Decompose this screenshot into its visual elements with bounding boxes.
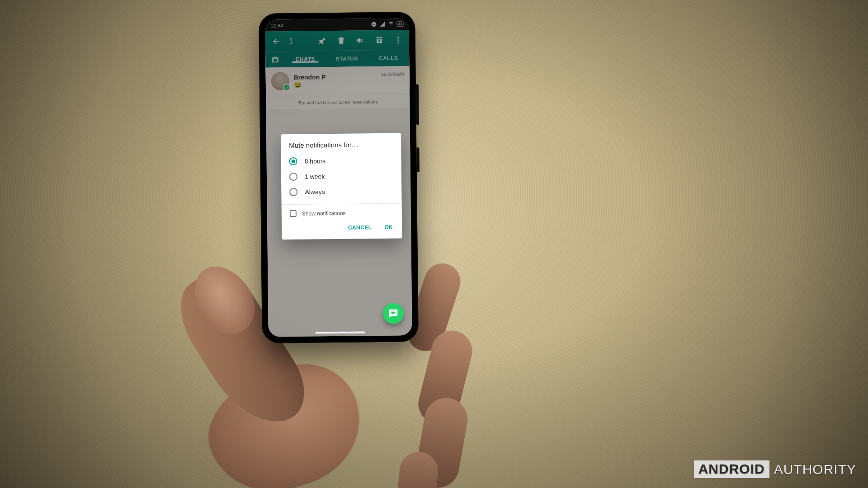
new-chat-fab[interactable] [383,303,404,324]
dialog-title: Mute notifications for… [281,133,401,152]
option-8-hours[interactable]: 8 hours [281,153,401,169]
option-always[interactable]: Always [281,183,401,200]
watermark: ANDROID AUTHORITY [694,460,856,478]
phone-screen: 11:54 44 1 [265,18,412,337]
dialog-options: 8 hours 1 week Always [281,151,401,203]
watermark-boxed: ANDROID [694,460,769,478]
radio-icon [289,173,297,181]
option-label: 1 week [305,173,325,180]
checkbox-label: Show notifications [302,210,346,216]
cancel-button[interactable]: CANCEL [346,221,374,234]
option-1-week[interactable]: 1 week [281,168,401,185]
photo-background [0,0,868,488]
radio-icon [289,157,297,165]
phone-frame: 11:54 44 1 [259,12,419,343]
show-notifications-row[interactable]: Show notifications [282,204,402,219]
watermark-plain: AUTHORITY [774,462,856,477]
option-label: 8 hours [305,157,326,164]
mute-dialog: Mute notifications for… 8 hours 1 week A… [281,133,402,240]
chat-icon [388,309,398,319]
radio-icon [289,188,297,196]
ok-button[interactable]: OK [382,221,395,233]
option-label: Always [305,188,325,195]
checkbox-icon [290,210,297,217]
dialog-actions: CANCEL OK [282,218,402,240]
